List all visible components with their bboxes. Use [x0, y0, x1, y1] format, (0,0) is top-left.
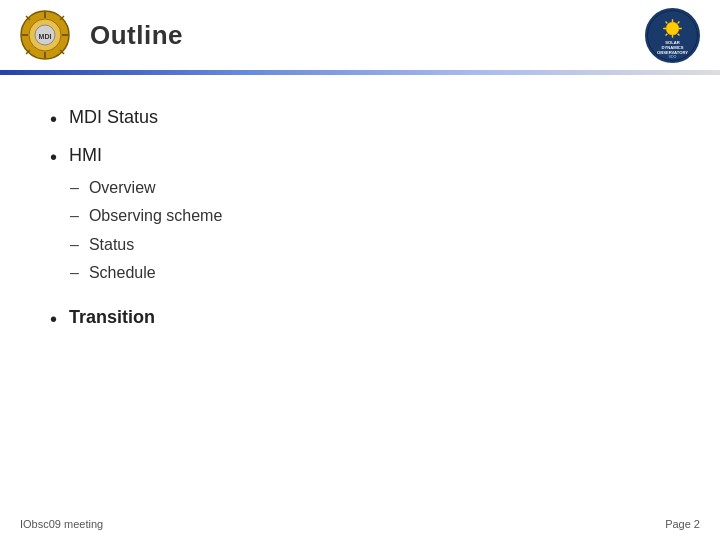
svg-text:OBSERVATORY: OBSERVATORY [657, 49, 688, 54]
dash-icon: – [70, 234, 79, 256]
dash-icon: – [70, 262, 79, 284]
dash-icon: – [70, 177, 79, 199]
content-area: • MDI Status • HMI – Overview – Observin… [0, 75, 720, 363]
logo-right-svg: SOLAR DYNAMICS OBSERVATORY SDO [647, 8, 698, 63]
bullet-icon: • [50, 105, 57, 133]
slide: MDI Outline SOLAR DYNAMICS OB [0, 0, 720, 540]
list-item: • MDI Status [50, 105, 680, 133]
bullet-label: Transition [69, 305, 155, 330]
dash-icon: – [70, 205, 79, 227]
list-item: – Overview [50, 177, 222, 199]
sub-label: Status [89, 234, 134, 256]
bullet-icon: • [50, 143, 57, 171]
svg-point-13 [666, 22, 679, 35]
footer: IObsc09 meeting Page 2 [0, 518, 720, 530]
bullet-icon: • [50, 305, 57, 333]
logo-right: SOLAR DYNAMICS OBSERVATORY SDO [645, 8, 700, 63]
sub-label: Observing scheme [89, 205, 222, 227]
svg-text:SDO: SDO [669, 55, 677, 59]
svg-text:MDI: MDI [39, 33, 52, 40]
sub-label: Overview [89, 177, 156, 199]
logo-left-svg: MDI [20, 10, 70, 60]
page-title: Outline [70, 20, 645, 51]
list-item: – Observing scheme [50, 205, 222, 227]
list-item: – Status [50, 234, 222, 256]
list-item: – Schedule [50, 262, 222, 284]
bullet-label: HMI [69, 143, 102, 168]
list-item: • Transition [50, 305, 680, 333]
bullet-label: MDI Status [69, 105, 158, 130]
header: MDI Outline SOLAR DYNAMICS OB [0, 0, 720, 70]
sub-bullet-list: – Overview – Observing scheme – Status –… [50, 177, 222, 291]
main-bullet-list: • MDI Status • HMI – Overview – Observin… [50, 105, 680, 333]
footer-meeting-label: IObsc09 meeting [20, 518, 103, 530]
sub-label: Schedule [89, 262, 156, 284]
list-item: • HMI – Overview – Observing scheme – St… [50, 143, 680, 295]
footer-page-number: Page 2 [665, 518, 700, 530]
logo-left: MDI [20, 10, 70, 60]
